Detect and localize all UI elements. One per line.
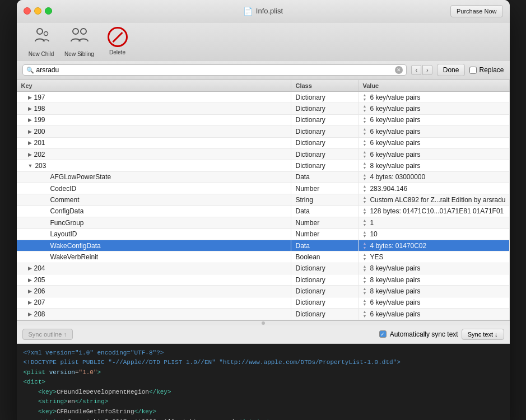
stepper-down[interactable]: ▼ bbox=[363, 280, 367, 284]
stepper-up[interactable]: ▲ bbox=[363, 139, 367, 143]
value-stepper[interactable]: ▲ ▼ bbox=[363, 230, 367, 239]
expand-arrow[interactable]: ▶ bbox=[28, 277, 32, 283]
expand-arrow[interactable]: ▶ bbox=[28, 300, 32, 305]
stepper-up[interactable]: ▲ bbox=[363, 241, 367, 246]
stepper-up[interactable]: ▲ bbox=[363, 104, 367, 109]
stepper-up[interactable]: ▲ bbox=[363, 173, 367, 178]
table-row[interactable]: AFGLowPowerState Data ▲ ▼ 4 bytes: 03000… bbox=[17, 172, 510, 183]
value-stepper[interactable]: ▲ ▼ bbox=[363, 241, 367, 250]
value-stepper[interactable]: ▲ ▼ bbox=[363, 264, 367, 273]
stepper-up[interactable]: ▲ bbox=[363, 161, 367, 166]
stepper-down[interactable]: ▼ bbox=[363, 189, 367, 193]
stepper-down[interactable]: ▼ bbox=[363, 97, 367, 102]
done-button[interactable]: Done bbox=[437, 64, 466, 76]
table-row[interactable]: ▶ 205 Dictionary ▲ ▼ 8 key/value pairs bbox=[17, 274, 510, 286]
value-stepper[interactable]: ▲ ▼ bbox=[363, 310, 367, 318]
expand-arrow[interactable]: ▼ bbox=[28, 163, 33, 169]
stepper-down[interactable]: ▼ bbox=[363, 200, 367, 204]
stepper-down[interactable]: ▼ bbox=[363, 257, 367, 262]
table-row[interactable]: ▶ 208 Dictionary ▲ ▼ 6 key/value pairs bbox=[17, 309, 510, 320]
value-stepper[interactable]: ▲ ▼ bbox=[363, 116, 367, 124]
table-row[interactable]: LayoutID Number ▲ ▼ 10 bbox=[17, 229, 510, 240]
value-stepper[interactable]: ▲ ▼ bbox=[363, 298, 367, 307]
expand-arrow[interactable]: ▶ bbox=[28, 106, 32, 111]
value-stepper[interactable]: ▲ ▼ bbox=[363, 218, 367, 227]
expand-arrow[interactable]: ▶ bbox=[28, 129, 32, 134]
value-stepper[interactable]: ▲ ▼ bbox=[363, 150, 367, 158]
sync-text-button[interactable]: Sync text ↓ bbox=[462, 329, 504, 340]
stepper-down[interactable]: ▼ bbox=[363, 143, 367, 147]
table-row[interactable]: ▶ 198 Dictionary ▲ ▼ 6 key/value pairs bbox=[17, 103, 510, 114]
stepper-up[interactable]: ▲ bbox=[363, 184, 367, 189]
table-row[interactable]: ▶ 201 Dictionary ▲ ▼ 6 key/value pairs bbox=[17, 138, 510, 149]
stepper-down[interactable]: ▼ bbox=[363, 246, 367, 250]
stepper-up[interactable]: ▲ bbox=[363, 127, 367, 132]
value-stepper[interactable]: ▲ ▼ bbox=[363, 207, 367, 216]
expand-arrow[interactable]: ▶ bbox=[28, 95, 32, 100]
stepper-down[interactable]: ▼ bbox=[363, 177, 367, 181]
table-row[interactable]: ▶ 204 Dictionary ▲ ▼ 8 key/value pairs bbox=[17, 263, 510, 274]
stepper-up[interactable]: ▲ bbox=[363, 287, 367, 291]
expand-arrow[interactable]: ▶ bbox=[28, 152, 32, 157]
stepper-down[interactable]: ▼ bbox=[363, 109, 367, 113]
value-stepper[interactable]: ▲ ▼ bbox=[363, 104, 367, 113]
search-clear-button[interactable]: ✕ bbox=[395, 66, 403, 74]
close-button[interactable] bbox=[24, 7, 31, 15]
table-row[interactable]: ▶ 207 Dictionary ▲ ▼ 6 key/value pairs bbox=[17, 297, 510, 309]
sync-outline-button[interactable]: Sync outline ↑ bbox=[22, 329, 73, 340]
expand-arrow[interactable]: ▶ bbox=[28, 288, 32, 294]
table-container[interactable]: Key Class Value ▶ 197 Dictionary ▲ ▼ 6 k… bbox=[17, 80, 510, 320]
value-stepper[interactable]: ▲ ▼ bbox=[363, 287, 367, 295]
auto-sync-checkbox[interactable] bbox=[379, 330, 387, 338]
stepper-up[interactable]: ▲ bbox=[363, 276, 367, 280]
table-row[interactable]: ▼ 203 Dictionary ▲ ▼ 8 key/value pairs bbox=[17, 160, 510, 171]
new-child-button[interactable]: New Child bbox=[26, 26, 57, 57]
value-stepper[interactable]: ▲ ▼ bbox=[363, 127, 367, 136]
stepper-down[interactable]: ▼ bbox=[363, 166, 367, 170]
delete-button[interactable]: Delete bbox=[102, 27, 133, 55]
expand-arrow[interactable]: ▶ bbox=[28, 140, 32, 146]
value-stepper[interactable]: ▲ ▼ bbox=[363, 253, 367, 261]
table-row[interactable]: ▶ 197 Dictionary ▲ ▼ 6 key/value pairs bbox=[17, 92, 510, 103]
stepper-down[interactable]: ▼ bbox=[363, 314, 367, 319]
table-row[interactable]: ▶ 206 Dictionary ▲ ▼ 8 key/value pairs bbox=[17, 286, 510, 297]
table-row[interactable]: CodecID Number ▲ ▼ 283.904.146 bbox=[17, 183, 510, 194]
value-stepper[interactable]: ▲ ▼ bbox=[363, 195, 367, 204]
stepper-down[interactable]: ▼ bbox=[363, 132, 367, 136]
new-sibling-button[interactable]: New Sibling bbox=[64, 26, 95, 57]
stepper-up[interactable]: ▲ bbox=[363, 230, 367, 235]
stepper-down[interactable]: ▼ bbox=[363, 211, 367, 216]
stepper-up[interactable]: ▲ bbox=[363, 253, 367, 257]
stepper-up[interactable]: ▲ bbox=[363, 310, 367, 314]
stepper-down[interactable]: ▼ bbox=[363, 268, 367, 273]
table-row[interactable]: WakeConfigData Data ▲ ▼ 4 bytes: 01470C0… bbox=[17, 240, 510, 251]
table-row[interactable]: FuncGroup Number ▲ ▼ 1 bbox=[17, 217, 510, 228]
value-stepper[interactable]: ▲ ▼ bbox=[363, 276, 367, 284]
prev-result-button[interactable]: ‹ bbox=[411, 65, 421, 75]
stepper-up[interactable]: ▲ bbox=[363, 218, 367, 223]
purchase-button[interactable]: Purchase Now bbox=[450, 5, 503, 17]
stepper-down[interactable]: ▼ bbox=[363, 120, 367, 124]
table-row[interactable]: WakeVerbReinit Boolean ▲ ▼ YES bbox=[17, 251, 510, 263]
expand-arrow[interactable]: ▶ bbox=[28, 265, 32, 271]
stepper-up[interactable]: ▲ bbox=[363, 264, 367, 269]
stepper-up[interactable]: ▲ bbox=[363, 116, 367, 120]
table-row[interactable]: ▶ 199 Dictionary ▲ ▼ 6 key/value pairs bbox=[17, 115, 510, 126]
next-result-button[interactable]: › bbox=[422, 65, 432, 75]
value-stepper[interactable]: ▲ ▼ bbox=[363, 173, 367, 181]
expand-arrow[interactable]: ▶ bbox=[28, 311, 32, 317]
stepper-up[interactable]: ▲ bbox=[363, 207, 367, 212]
expand-arrow[interactable]: ▶ bbox=[28, 117, 32, 123]
fullscreen-button[interactable] bbox=[45, 7, 52, 15]
replace-checkbox[interactable] bbox=[469, 67, 477, 74]
value-stepper[interactable]: ▲ ▼ bbox=[363, 139, 367, 147]
stepper-down[interactable]: ▼ bbox=[363, 234, 367, 239]
stepper-up[interactable]: ▲ bbox=[363, 93, 367, 97]
value-stepper[interactable]: ▲ ▼ bbox=[363, 161, 367, 170]
table-row[interactable]: ConfigData Data ▲ ▼ 128 bytes: 01471C10.… bbox=[17, 206, 510, 217]
stepper-down[interactable]: ▼ bbox=[363, 223, 367, 227]
stepper-down[interactable]: ▼ bbox=[363, 155, 367, 159]
value-stepper[interactable]: ▲ ▼ bbox=[363, 93, 367, 101]
search-input[interactable] bbox=[36, 66, 393, 74]
table-row[interactable]: ▶ 200 Dictionary ▲ ▼ 6 key/value pairs bbox=[17, 126, 510, 137]
